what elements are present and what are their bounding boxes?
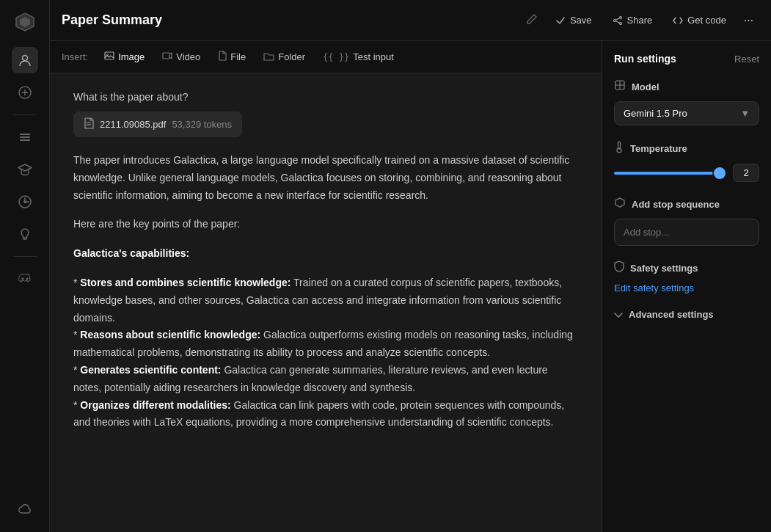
svg-marker-29	[615, 198, 624, 207]
response-para-3: Galactica's capabilities:	[73, 245, 578, 263]
sidebar-divider-1	[13, 114, 37, 115]
more-options-button[interactable]: ⋯	[738, 10, 759, 30]
folder-label: Folder	[278, 51, 305, 62]
model-selected-value: Gemini 1.5 Pro	[624, 108, 687, 119]
safety-section-header: Safety settings	[614, 260, 759, 275]
toolbar-folder[interactable]: Folder	[256, 48, 313, 66]
file-attachment-icon	[84, 117, 94, 131]
response-text: The paper introduces Galactica, a large …	[73, 152, 578, 431]
model-section-header: Model	[614, 79, 759, 94]
sidebar-bottom	[12, 497, 38, 523]
editor-content[interactable]: What is the paper about? 2211.09085.pdf …	[50, 73, 602, 532]
sidebar-item-profile[interactable]	[12, 47, 38, 73]
test-input-label: Test input	[353, 51, 394, 62]
edit-title-icon[interactable]	[526, 13, 538, 28]
svg-rect-6	[20, 134, 30, 135]
model-section: Model Gemini 1.5 Pro ▼	[614, 79, 759, 125]
image-icon	[104, 51, 114, 63]
temperature-header: Temperature	[614, 140, 759, 156]
file-label: File	[230, 51, 246, 62]
model-icon	[614, 79, 626, 94]
sidebar-item-list[interactable]	[12, 124, 38, 150]
temperature-slider-container: 2	[614, 164, 759, 182]
stop-sequence-label: Add stop sequence	[632, 199, 720, 210]
test-input-icon: {{ }}	[323, 52, 349, 62]
sidebar-item-learn[interactable]	[12, 156, 38, 183]
svg-line-17	[615, 18, 619, 19]
main-area: Paper Summary Save Share Get code ⋯	[50, 0, 771, 532]
sidebar-divider-2	[13, 256, 37, 257]
sidebar-item-discord[interactable]	[12, 266, 38, 292]
insert-label: Insert:	[62, 51, 88, 62]
svg-rect-7	[20, 136, 30, 138]
response-para-1: The paper introduces Galactica, a large …	[73, 152, 578, 204]
editor-panel: Insert: Image Video	[50, 41, 602, 532]
svg-point-14	[619, 16, 621, 18]
run-settings-panel: Run settings Reset Model Gemini 1.5 Pro …	[602, 41, 771, 532]
stop-sequence-icon	[614, 197, 626, 211]
svg-point-2	[22, 56, 27, 61]
safety-section: Safety settings Edit safety settings	[614, 260, 759, 294]
prompt-label: What is the paper about?	[73, 91, 578, 103]
svg-point-16	[619, 22, 621, 24]
toolbar-file[interactable]: File	[211, 48, 253, 66]
page-title: Paper Summary	[62, 12, 517, 28]
file-attachment[interactable]: 2211.09085.pdf 53,329 tokens	[73, 112, 242, 137]
safety-icon	[614, 260, 624, 275]
toolbar-image[interactable]: Image	[97, 48, 152, 66]
model-label: Model	[632, 81, 659, 92]
image-label: Image	[118, 51, 145, 62]
svg-point-15	[613, 19, 615, 21]
app-header: Paper Summary Save Share Get code ⋯	[50, 0, 771, 41]
file-tokens: 53,329 tokens	[172, 119, 232, 130]
header-actions: Save Share Get code ⋯	[547, 10, 759, 30]
settings-header: Run settings Reset	[614, 53, 759, 65]
video-label: Video	[176, 51, 200, 62]
get-code-button[interactable]: Get code	[664, 10, 735, 30]
editor-toolbar: Insert: Image Video	[50, 41, 602, 73]
file-icon	[218, 51, 227, 63]
safety-label: Safety settings	[630, 263, 698, 274]
sidebar-item-analytics[interactable]	[12, 189, 38, 215]
temperature-value: 2	[733, 164, 759, 182]
advanced-chevron-icon	[614, 308, 623, 320]
stop-sequence-section: Add stop sequence	[614, 197, 759, 246]
app-logo	[12, 9, 38, 35]
video-icon	[162, 51, 172, 63]
toolbar-video[interactable]: Video	[155, 48, 208, 66]
run-settings-title: Run settings	[614, 53, 676, 65]
temperature-label: Temperature	[630, 143, 687, 154]
share-button[interactable]: Share	[604, 10, 662, 30]
stop-sequence-input[interactable]	[614, 219, 759, 246]
sidebar-item-cloud[interactable]	[12, 497, 38, 523]
model-dropdown-arrow: ▼	[740, 108, 750, 119]
toolbar-test-input[interactable]: {{ }} Test input	[315, 48, 401, 65]
edit-safety-link[interactable]: Edit safety settings	[614, 283, 759, 294]
svg-point-12	[23, 200, 26, 203]
response-para-4: * Stores and combines scientific knowled…	[73, 274, 578, 431]
advanced-settings-toggle[interactable]: Advanced settings	[614, 308, 759, 320]
sidebar	[0, 0, 50, 532]
svg-rect-8	[20, 139, 30, 141]
content-area: Insert: Image Video	[50, 41, 771, 532]
response-para-2: Here are the key points of the paper:	[73, 216, 578, 233]
save-button[interactable]: Save	[547, 10, 601, 30]
svg-line-18	[615, 21, 619, 22]
stop-sequence-header: Add stop sequence	[614, 197, 759, 211]
sidebar-item-add[interactable]	[12, 79, 38, 106]
reset-button[interactable]: Reset	[734, 54, 759, 65]
temperature-section: Temperature 2	[614, 140, 759, 182]
file-name: 2211.09085.pdf	[100, 119, 166, 130]
temperature-slider[interactable]	[614, 172, 726, 175]
svg-rect-21	[163, 53, 169, 59]
model-select[interactable]: Gemini 1.5 Pro ▼	[614, 101, 759, 125]
sidebar-item-bulb[interactable]	[12, 221, 38, 247]
folder-icon	[263, 51, 274, 63]
temperature-icon	[614, 140, 624, 156]
advanced-settings-label: Advanced settings	[629, 309, 714, 320]
